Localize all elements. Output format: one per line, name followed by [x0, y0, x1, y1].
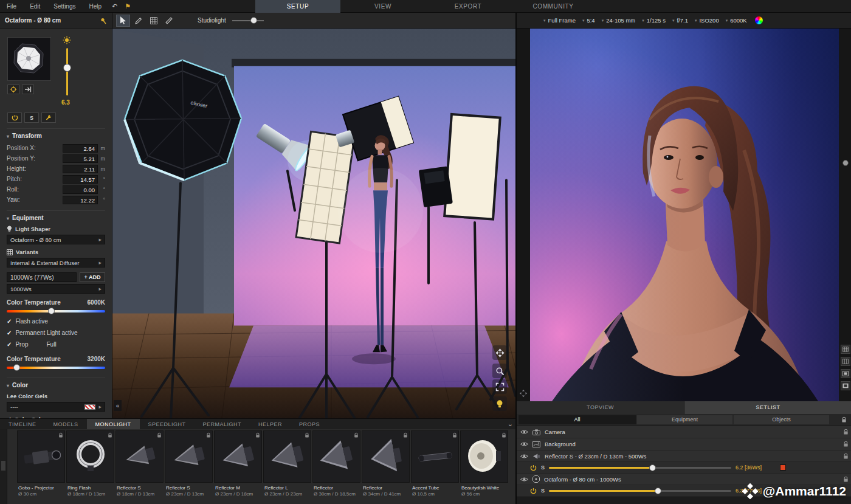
tab-permalight[interactable]: PERMALIGHT — [195, 419, 250, 430]
watt-dropdown[interactable]: 1000Ws ▸ — [7, 284, 105, 294]
power-icon[interactable] — [530, 488, 537, 494]
eye-icon[interactable] — [520, 441, 528, 447]
light-shaper-thumbnail[interactable] — [7, 37, 51, 81]
tab-export[interactable]: EXPORT — [426, 0, 511, 13]
filter-equipment[interactable]: Equipment — [637, 415, 732, 424]
aperture-dropdown[interactable]: f/7.1 — [677, 17, 688, 24]
flash-color-temp-slider[interactable] — [7, 308, 105, 316]
aspect-ratio-dropdown[interactable]: 5:4 — [587, 17, 594, 24]
pan-view-icon[interactable] — [519, 389, 528, 398]
collapse-strip-icon[interactable]: ⌄ — [508, 419, 513, 429]
light-shaper-dropdown[interactable]: Octaform - Ø 80 cm ▸ — [7, 235, 105, 244]
studiolight-toggle-button[interactable] — [492, 396, 507, 411]
move-view-button[interactable] — [492, 345, 507, 360]
equipment-card-accent-tube[interactable]: Accent Tube Ø 10,5 cm — [411, 430, 459, 504]
equipment-card-reflector-l[interactable]: Reflector L Ø 23cm / D 23cm — [263, 430, 311, 504]
lock-icon[interactable] — [843, 453, 849, 460]
permanent-color-temp-slider[interactable] — [7, 365, 105, 372]
studiolight-slider[interactable] — [232, 17, 264, 24]
iso-dropdown[interactable]: ISO200 — [699, 17, 718, 24]
variants-dropdown[interactable]: Internal & External Diffuser ▸ — [7, 258, 105, 268]
aim-target-button[interactable] — [7, 85, 19, 94]
reflector-intensity-slider[interactable] — [549, 467, 731, 469]
lock-all-icon[interactable] — [841, 416, 847, 423]
menu-help[interactable]: Help — [83, 3, 109, 10]
select-tool-button[interactable] — [116, 15, 130, 27]
grid-tool-button[interactable] — [146, 15, 160, 27]
fit-view-button[interactable] — [492, 379, 507, 394]
slider-handle[interactable] — [649, 464, 656, 471]
camera-scroll-handle[interactable] — [842, 160, 849, 166]
lock-icon[interactable] — [843, 429, 849, 435]
measure-tool-button[interactable] — [162, 15, 176, 27]
lens-dropdown[interactable]: 24-105 mm — [606, 17, 635, 24]
lee-gels-dropdown[interactable]: ---- ▸ — [7, 402, 105, 412]
tab-models[interactable]: MODELS — [45, 419, 87, 430]
lock-icon[interactable] — [843, 476, 849, 483]
overlay-frame-button[interactable] — [841, 369, 850, 378]
studiolight-slider-handle[interactable] — [250, 17, 257, 24]
equipment-card-ring-flash[interactable]: Ring Flash Ø 18cm / D 13cm — [66, 430, 114, 504]
flash-active-row[interactable]: ✓ Flash active — [7, 316, 105, 327]
equipment-card-reflector-34[interactable]: Reflector Ø 34cm / D 41cm — [362, 430, 410, 504]
zoom-button[interactable] — [492, 364, 507, 378]
overlay-mask-button[interactable] — [841, 381, 850, 390]
tab-topview[interactable]: TOPVIEW — [517, 401, 684, 414]
power-icon[interactable] — [530, 464, 537, 471]
tab-props[interactable]: PROPS — [291, 419, 328, 430]
flag-icon[interactable]: ⚑ — [121, 2, 134, 10]
light-power-button[interactable] — [7, 112, 22, 123]
position-x-field[interactable]: 2.64 — [63, 144, 98, 153]
prop-row[interactable]: ✓ Prop Full — [7, 339, 105, 350]
tab-setup[interactable]: SETUP — [255, 0, 340, 13]
octaform-intensity-slider[interactable] — [549, 490, 731, 492]
pitch-field[interactable]: 14.57 — [63, 175, 98, 184]
overlay-thirds-button[interactable] — [841, 357, 850, 366]
draw-tool-button[interactable] — [131, 15, 145, 27]
menu-settings[interactable]: Settings — [47, 3, 82, 10]
prop-full-option[interactable]: Full — [47, 341, 57, 348]
position-y-field[interactable]: 5.21 — [63, 154, 98, 163]
yaw-field[interactable]: 12.22 — [63, 196, 98, 204]
color-wheel-icon[interactable] — [755, 16, 763, 24]
filter-objects[interactable]: Objects — [734, 415, 829, 424]
kelvin-slider-handle[interactable] — [48, 308, 55, 314]
equipment-card-gobo-projector[interactable]: Gobo - Projector Ø 30 cm — [17, 430, 65, 504]
strip-scroll-handle[interactable] — [1, 461, 5, 471]
aim-forward-button[interactable] — [22, 85, 34, 94]
setlist-row-reflector[interactable]: Reflector S - Ø 23cm / D 13cm - 500Ws — [517, 450, 851, 462]
setlist-row-background[interactable]: Background — [517, 438, 851, 450]
height-field[interactable]: 2.11 — [63, 165, 98, 173]
tab-view[interactable]: VIEW — [340, 0, 426, 13]
equipment-card-reflector-m[interactable]: Reflector M Ø 23cm / D 18cm — [214, 430, 262, 504]
white-balance-dropdown[interactable]: 6000K — [730, 17, 746, 24]
menu-edit[interactable]: Edit — [23, 3, 47, 10]
menu-file[interactable]: File — [0, 3, 23, 10]
eye-icon[interactable] — [520, 477, 528, 482]
setlist-row-camera[interactable]: Camera — [517, 426, 851, 438]
kelvin-slider-handle[interactable] — [13, 364, 20, 371]
filter-all[interactable]: All — [519, 415, 636, 424]
tab-monolight[interactable]: MONOLIGHT — [87, 419, 140, 430]
tab-setlist[interactable]: SETLIST — [684, 401, 851, 414]
add-watt-button[interactable]: + ADD — [80, 272, 105, 282]
equipment-header[interactable]: ▾Equipment — [7, 215, 105, 221]
light-intensity-slider[interactable]: 6.3 — [59, 35, 75, 111]
camera-view[interactable] — [517, 29, 851, 401]
permanent-light-row[interactable]: ✓ Permanent Light active — [7, 327, 105, 339]
tab-timeline[interactable]: TIMELINE — [0, 419, 45, 430]
slider-handle[interactable] — [655, 488, 661, 494]
equipment-card-reflector-s[interactable]: Reflector S Ø 18cm / D 13cm — [115, 430, 164, 504]
shutter-speed-dropdown[interactable]: 1/125 s — [647, 17, 666, 24]
gel-color-swatch[interactable] — [780, 464, 786, 471]
transform-header[interactable]: ▾Transform — [7, 133, 105, 139]
tab-speedlight[interactable]: SPEEDLIGHT — [140, 419, 195, 430]
collapse-panel-button[interactable]: « — [114, 400, 122, 411]
light-tools-button[interactable] — [41, 112, 56, 123]
studio-3d-viewport[interactable]: elixxier — [112, 29, 515, 418]
lock-icon[interactable] — [843, 441, 849, 447]
tab-helper[interactable]: HELPER — [250, 419, 291, 430]
equipment-card-reflector-s2[interactable]: Reflector S Ø 23cm / D 13cm — [165, 430, 213, 504]
roll-field[interactable]: 0.00 — [63, 185, 98, 194]
solo-button[interactable]: S — [541, 464, 545, 471]
